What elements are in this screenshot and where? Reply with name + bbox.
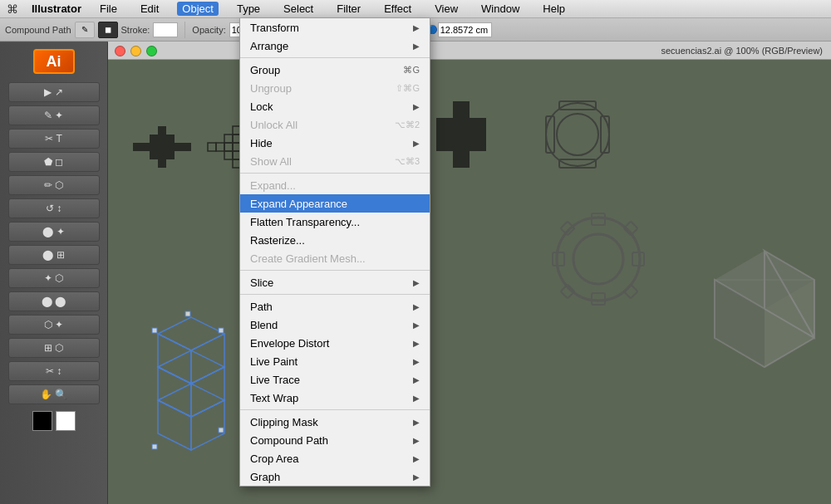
stroke-label: Stroke: (121, 25, 150, 35)
group-shortcut: ⌘G (403, 65, 420, 76)
menu-item-live-paint[interactable]: Live Paint ▶ (240, 352, 430, 370)
menu-item-expand[interactable]: Expand... (240, 176, 430, 194)
svg-rect-53 (152, 328, 157, 333)
svg-point-59 (573, 234, 623, 284)
svg-rect-64 (561, 222, 575, 236)
unlock-all-label: Unlock All (250, 119, 297, 131)
tool-eyedropper[interactable]: ✦ ⬡ (8, 268, 100, 288)
svg-rect-15 (208, 143, 216, 151)
menu-item-transform[interactable]: Transform ▶ (240, 18, 430, 37)
tool-blend[interactable]: ⬤ ⬤ (8, 291, 100, 311)
menu-item-graph[interactable]: Graph ▶ (240, 467, 430, 486)
hide-label: Hide (250, 137, 273, 149)
menu-edit[interactable]: Edit (135, 2, 164, 16)
menu-item-ungroup[interactable]: Ungroup ⇧⌘G (240, 79, 430, 97)
tool-rotate[interactable]: ↺ ↕ (8, 198, 100, 218)
menu-effect[interactable]: Effect (379, 2, 416, 16)
tool-pencil[interactable]: ✏ ⬡ (8, 175, 100, 195)
apple-menu[interactable]: ⌘ (7, 2, 18, 16)
path-label: Path (250, 301, 273, 313)
y-input-group[interactable]: 🔵 (427, 22, 492, 37)
clipping-mask-arrow: ▶ (413, 418, 420, 427)
menu-filter[interactable]: Filter (332, 2, 366, 16)
menu-item-blend[interactable]: Blend ▶ (240, 316, 430, 334)
menu-view[interactable]: View (430, 2, 463, 16)
svg-rect-0 (133, 143, 141, 151)
menu-item-lock[interactable]: Lock ▶ (240, 97, 430, 115)
svg-rect-56 (152, 444, 157, 449)
menu-item-path[interactable]: Path ▶ (240, 297, 430, 316)
tool-select[interactable]: ▶ ↗ (8, 82, 100, 102)
arrange-arrow: ▶ (413, 42, 420, 51)
blend-label: Blend (250, 319, 278, 331)
menu-item-rasterize[interactable]: Rasterize... (240, 231, 430, 249)
menu-item-text-wrap[interactable]: Text Wrap ▶ (240, 389, 430, 407)
text-wrap-arrow: ▶ (413, 394, 420, 403)
menu-item-compound-path[interactable]: Compound Path ▶ (240, 431, 430, 449)
stroke-swatch-tool[interactable] (56, 411, 76, 431)
menu-item-gradient-mesh[interactable]: Create Gradient Mesh... (240, 249, 430, 267)
y-input[interactable] (438, 22, 492, 37)
tool-pen[interactable]: ✎ ✦ (8, 105, 100, 125)
transform-label: Transform (250, 22, 299, 34)
svg-rect-18 (224, 143, 233, 151)
live-paint-label: Live Paint (250, 355, 297, 368)
menu-item-show-all[interactable]: Show All ⌥⌘3 (240, 152, 430, 170)
ungroup-shortcut: ⇧⌘G (396, 83, 420, 94)
tool-graph[interactable]: ⊞ ⬡ (8, 338, 100, 358)
menu-item-flatten-transparency[interactable]: Flatten Transparency... (240, 213, 430, 231)
minimize-button[interactable] (130, 46, 141, 56)
menu-select[interactable]: Select (278, 2, 318, 16)
menu-item-group[interactable]: Group ⌘G (240, 61, 430, 79)
tool-slice[interactable]: ✂ ↕ (8, 361, 100, 381)
fill-swatch[interactable] (32, 411, 52, 431)
menu-file[interactable]: File (95, 2, 122, 16)
tool-shape[interactable]: ⬟ ◻ (8, 152, 100, 172)
svg-rect-35 (453, 151, 470, 168)
svg-rect-61 (592, 293, 605, 305)
menu-help[interactable]: Help (538, 2, 570, 16)
app-name: Illustrator (32, 2, 81, 15)
tool-warp[interactable]: ⬤ ✦ (8, 222, 100, 242)
tool-symbol[interactable]: ⬡ ✦ (8, 315, 100, 335)
menu-item-clipping-mask[interactable]: Clipping Mask ▶ (240, 413, 430, 431)
ai-logo: Ai (33, 49, 75, 74)
menu-item-expand-appearance[interactable]: Expand Appearance (240, 194, 430, 213)
menu-item-unlock-all[interactable]: Unlock All ⌥⌘2 (240, 115, 430, 134)
svg-rect-63 (632, 252, 644, 266)
menu-item-envelope-distort[interactable]: Envelope Distort ▶ (240, 334, 430, 352)
svg-rect-3 (150, 143, 158, 151)
menu-window[interactable]: Window (476, 2, 524, 16)
tool-hand[interactable]: ✋ 🔍 (8, 384, 100, 404)
toolbar-icon-2[interactable]: ◼ (98, 22, 118, 38)
svg-marker-51 (158, 400, 191, 450)
shape-group-5 (715, 251, 814, 367)
transform-arrow: ▶ (413, 23, 420, 32)
menu-type[interactable]: Type (232, 2, 265, 16)
svg-rect-11 (166, 143, 175, 151)
tool-gradient[interactable]: ⬤ ⊞ (8, 245, 100, 265)
tool-text[interactable]: ✂ T (8, 129, 100, 149)
separator-2 (240, 173, 430, 174)
svg-rect-16 (216, 143, 224, 151)
close-button[interactable] (115, 46, 125, 56)
toolbar-icon-1[interactable]: ✎ (75, 22, 95, 38)
artwork-bg (108, 60, 831, 504)
menu-item-arrange[interactable]: Arrange ▶ (240, 37, 430, 55)
menu-item-hide[interactable]: Hide ▶ (240, 134, 430, 152)
menu-item-crop-area[interactable]: Crop Area ▶ (240, 449, 430, 467)
left-toolbar: Ai ▶ ↗ ✎ ✦ ✂ T ⬟ ◻ ✏ ⬡ ↺ ↕ ⬤ ✦ ⬤ ⊞ ✦ ⬡ ⬤… (0, 42, 108, 504)
show-all-shortcut: ⌥⌘3 (395, 156, 420, 167)
menu-item-live-trace[interactable]: Live Trace ▶ (240, 370, 430, 389)
svg-rect-42 (546, 116, 554, 153)
svg-rect-31 (453, 118, 470, 135)
object-menu: Transform ▶ Arrange ▶ Group ⌘G Ungroup ⇧… (239, 18, 430, 487)
shape-group-4 (553, 213, 644, 305)
crop-area-arrow: ▶ (413, 454, 420, 463)
maximize-button[interactable] (146, 46, 157, 56)
menu-object[interactable]: Object (177, 2, 219, 16)
stroke-swatch[interactable] (153, 22, 178, 37)
graph-label: Graph (250, 471, 280, 483)
menu-item-slice[interactable]: Slice ▶ (240, 273, 430, 291)
shape-group-2 (436, 101, 609, 168)
